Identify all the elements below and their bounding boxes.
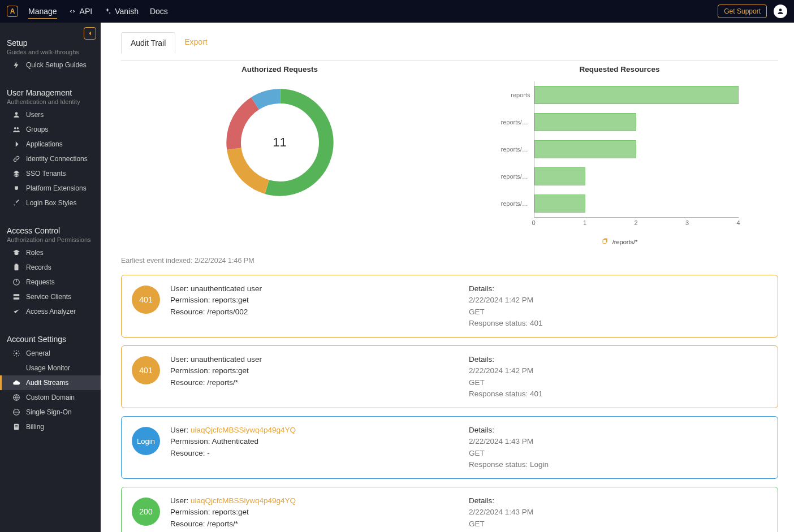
event-method: GET	[469, 518, 767, 530]
bar-label: reports/001…	[501, 173, 534, 180]
tab-export[interactable]: Export	[175, 32, 216, 53]
tab-audit-trail[interactable]: Audit Trail	[121, 32, 175, 54]
event-method: GET	[469, 448, 767, 459]
sidebar-item-label: Users	[26, 111, 44, 119]
tabs: Audit Trail Export	[121, 32, 778, 54]
user-avatar[interactable]	[774, 5, 787, 18]
globe-icon	[12, 408, 20, 416]
chart-icon	[12, 364, 20, 372]
nav-label: Vanish	[115, 7, 139, 16]
sidebar-item-sso[interactable]: Single Sign-On	[0, 405, 101, 419]
sidebar-item-label: Records	[26, 263, 51, 271]
event-status: Response status: Login	[469, 459, 767, 470]
bolt-icon	[12, 61, 20, 69]
sidebar-item-audit-streams[interactable]: Audit Streams	[0, 375, 101, 390]
sidebar-item-records[interactable]: Records	[0, 260, 101, 275]
nav-manage[interactable]: Manage	[28, 5, 57, 19]
graduation-icon	[12, 249, 20, 257]
event-right-col: Details: 2/22/2024 1:43 PM GET Response …	[469, 495, 767, 532]
check-icon	[12, 308, 20, 315]
event-status: Response status: 200	[469, 530, 767, 532]
svg-rect-4	[15, 265, 19, 271]
donut-chart: 11	[219, 81, 341, 204]
event-row[interactable]: 200 User: uiaqQjcfcMBSSiywq4p49g4YQ Perm…	[121, 487, 778, 532]
sidebar-item-label: Billing	[26, 423, 44, 431]
event-user-value: unauthenticated user	[191, 355, 262, 364]
sidebar-item-label: General	[26, 349, 50, 357]
section-title: Setup	[7, 38, 94, 47]
users-icon	[12, 126, 20, 133]
sidebar-item-platform-ext[interactable]: Platform Extensions	[0, 181, 101, 196]
sidebar-item-label: Platform Extensions	[26, 184, 87, 192]
sidebar-item-access-analyzer[interactable]: Access Analyzer	[0, 304, 101, 319]
sidebar-collapse-button[interactable]	[84, 27, 96, 40]
donut-chart-col: Authorized Requests 11	[121, 65, 438, 245]
section-title: Account Settings	[7, 335, 94, 344]
nav-vanish[interactable]: Vanish	[103, 5, 139, 18]
event-badge: Login	[132, 427, 160, 455]
nav-api[interactable]: API	[68, 5, 93, 18]
sidebar-item-label: Usage Monitor	[26, 364, 70, 372]
svg-rect-5	[15, 264, 18, 265]
copy-icon	[602, 239, 610, 245]
top-nav: A Manage API Vanish Docs Get Support	[0, 0, 794, 23]
event-time: 2/22/2024 1:42 PM	[469, 365, 767, 377]
event-details-head: Details:	[469, 354, 767, 365]
event-time: 2/22/2024 1:43 PM	[469, 507, 767, 518]
sidebar-item-usage-monitor[interactable]: Usage Monitor	[0, 361, 101, 375]
arrow-right-icon	[12, 140, 20, 148]
event-left-col: User: uiaqQjcfcMBSSiywq4p49g4YQ Permissi…	[170, 425, 469, 470]
event-left-col: User: uiaqQjcfcMBSSiywq4p49g4YQ Permissi…	[170, 495, 469, 532]
section-title: User Management	[7, 88, 94, 97]
event-row[interactable]: Login User: uiaqQjcfcMBSSiywq4p49g4YQ Pe…	[121, 416, 778, 479]
bill-icon	[12, 423, 20, 431]
get-support-button[interactable]: Get Support	[718, 5, 767, 18]
sidebar-item-users[interactable]: Users	[0, 107, 101, 122]
sidebar-section-account: Account Settings	[0, 319, 101, 346]
link-icon	[12, 155, 20, 163]
event-method: GET	[469, 306, 767, 318]
sidebar-item-custom-domain[interactable]: Custom Domain	[0, 390, 101, 405]
brush-icon	[12, 199, 20, 207]
event-details-head: Details:	[469, 283, 767, 295]
section-subtitle: Authorization and Permissions	[7, 236, 94, 243]
power-icon	[12, 278, 20, 286]
event-user-link[interactable]: uiaqQjcfcMBSSiywq4p49g4YQ	[191, 426, 296, 434]
sidebar-item-requests[interactable]: Requests	[0, 275, 101, 289]
sidebar-item-login-styles[interactable]: Login Box Styles	[0, 196, 101, 210]
user-icon	[12, 111, 20, 119]
svg-point-3	[17, 127, 19, 129]
sidebar-item-service-clients[interactable]: Service Clients	[0, 289, 101, 304]
donut-center-value: 11	[273, 135, 286, 150]
sidebar-item-billing[interactable]: Billing	[0, 419, 101, 434]
gear-icon	[12, 349, 20, 357]
event-permission: Permission: reports:get	[170, 507, 469, 518]
sidebar-item-roles[interactable]: Roles	[0, 245, 101, 260]
sidebar-section-user-mgmt: User Management Authentication and Ident…	[0, 72, 101, 107]
sidebar-item-quick-setup[interactable]: Quick Setup Guides	[0, 58, 101, 72]
server-icon	[12, 293, 20, 301]
event-details-head: Details:	[469, 425, 767, 436]
nav-label: API	[80, 7, 93, 16]
event-user-label: User:	[170, 426, 191, 434]
sidebar-item-label: Audit Streams	[26, 379, 68, 387]
chevron-left-icon	[86, 29, 94, 37]
charts-row: Authorized Requests 11	[121, 65, 778, 245]
event-row[interactable]: 401 User: unauthenticated user Permissio…	[121, 275, 778, 338]
event-user-link[interactable]: uiaqQjcfcMBSSiywq4p49g4YQ	[191, 496, 296, 505]
axis-tick: 0	[532, 219, 535, 226]
svg-point-10	[15, 352, 18, 354]
event-user-value: unauthenticated user	[191, 284, 262, 293]
sidebar-item-applications[interactable]: Applications	[0, 137, 101, 152]
sidebar-item-sso-tenants[interactable]: SSO Tenants	[0, 166, 101, 181]
sidebar-item-label: Access Analyzer	[26, 308, 76, 315]
sidebar-item-groups[interactable]: Groups	[0, 122, 101, 137]
sidebar-item-label: Roles	[26, 249, 44, 257]
section-subtitle: Guides and walk-throughs	[7, 49, 94, 55]
sidebar-item-general[interactable]: General	[0, 346, 101, 361]
event-row[interactable]: 401 User: unauthenticated user Permissio…	[121, 345, 778, 408]
main-content: Audit Trail Export Authorized Requests	[101, 23, 794, 532]
sidebar-item-identity[interactable]: Identity Connections	[0, 152, 101, 166]
nav-docs[interactable]: Docs	[150, 5, 168, 18]
logo[interactable]: A	[7, 6, 18, 17]
